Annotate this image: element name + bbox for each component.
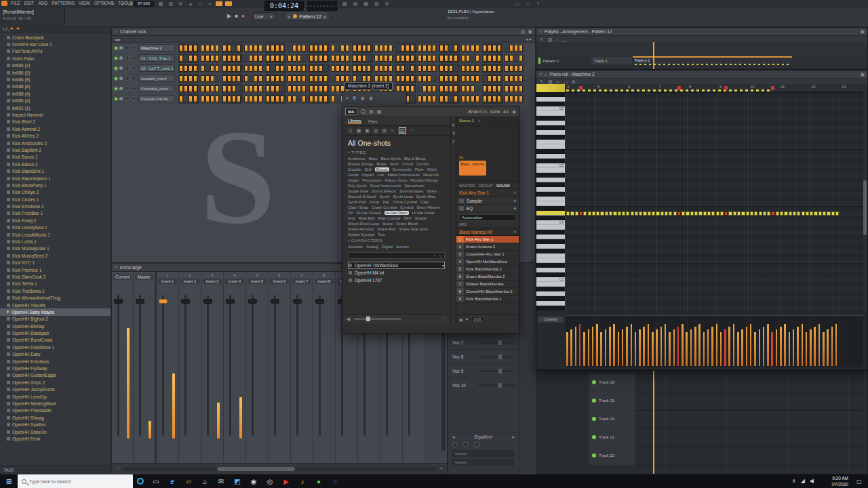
step-cell[interactable] [374, 75, 378, 82]
piano-key[interactable] [536, 102, 565, 106]
fx-slot-row[interactable]: Voc 9 [448, 364, 519, 378]
step-cell[interactable] [492, 45, 496, 52]
step-cell[interactable] [227, 55, 231, 62]
wrapper-gear-icon[interactable]: ⚙ [353, 96, 357, 100]
filter-tag[interactable]: Chord [402, 162, 413, 166]
velocity-bar[interactable] [656, 329, 658, 366]
note[interactable] [698, 211, 702, 216]
channel-pan-knob[interactable] [125, 66, 130, 70]
step-cell[interactable] [314, 55, 318, 62]
piano-key[interactable] [536, 239, 565, 244]
step-cell[interactable] [444, 85, 448, 92]
record-icon[interactable]: ● [121, 1, 123, 6]
channel-pan-knob[interactable] [125, 76, 130, 81]
eq-mid-knob[interactable] [463, 442, 469, 447]
piano-key[interactable] [536, 92, 565, 97]
step-cell[interactable] [227, 96, 231, 102]
filter-tag[interactable]: Strike [427, 189, 437, 193]
filter-tag[interactable]: Hi-Hat Closed [356, 211, 380, 215]
step-cell[interactable] [514, 75, 518, 82]
step-cell[interactable] [189, 65, 193, 72]
filter-tag[interactable]: Drill [365, 167, 372, 171]
step-cell[interactable] [184, 65, 188, 72]
zoom-in-icon[interactable]: + [440, 466, 443, 471]
step-cell[interactable] [184, 75, 188, 82]
note[interactable] [660, 211, 664, 216]
mixer-icon[interactable]: ▩ [342, 1, 347, 7]
step-cell[interactable] [401, 45, 405, 52]
step-cell[interactable] [340, 55, 344, 62]
edge-icon[interactable]: e [164, 474, 180, 488]
step-cell[interactable] [418, 96, 422, 102]
step-cell[interactable] [514, 65, 518, 72]
channel-tab[interactable]: SOUND [496, 184, 510, 188]
step-cell[interactable] [266, 96, 270, 102]
piano-roll-scrollbar[interactable] [863, 92, 867, 312]
draw-tool-icon[interactable]: ✎ [540, 37, 544, 42]
step-cell[interactable] [205, 75, 210, 82]
velocity-bar[interactable] [759, 329, 761, 366]
master-volume-icon[interactable]: ◉ [512, 109, 516, 114]
step-cell[interactable] [275, 75, 279, 82]
mixer-view-label[interactable]: Extra large [120, 265, 141, 270]
piano-key[interactable] [536, 268, 565, 272]
scene-tab[interactable]: Scene 1 [459, 119, 474, 123]
step-cell[interactable] [439, 45, 443, 52]
add-scene-icon[interactable]: + [478, 119, 481, 123]
browser-item[interactable]: OpenHH Soalbro [7, 421, 111, 428]
step-cell[interactable] [271, 55, 275, 62]
mixer-strip[interactable]: 1Insert 1 [157, 272, 179, 463]
browser-item[interactable]: OpenHH Bitmap [7, 323, 111, 329]
piano-key[interactable] [536, 296, 565, 301]
step-cell[interactable] [227, 45, 231, 52]
filter-tag[interactable]: Ride Cymbal [378, 216, 400, 220]
step-cell[interactable] [323, 85, 328, 92]
note[interactable] [665, 211, 668, 216]
marker-flag-icon[interactable] [677, 86, 681, 90]
filter-tag[interactable]: Hi-Hat Open [384, 211, 409, 215]
step-cell[interactable] [237, 55, 241, 62]
browser-item[interactable]: OpenHH Baby Mayka [0, 308, 111, 315]
note[interactable] [737, 211, 741, 216]
step-cell[interactable] [237, 65, 241, 72]
messenger-icon[interactable]: ○ [327, 474, 343, 488]
step-cell[interactable] [406, 45, 410, 52]
step-cell[interactable] [444, 45, 448, 52]
step-cell[interactable] [401, 55, 405, 62]
piano-key[interactable] [536, 287, 565, 291]
step-cell[interactable] [215, 45, 219, 52]
step-cell[interactable] [302, 85, 306, 92]
velocity-bar[interactable] [609, 327, 611, 366]
step-cell[interactable] [439, 85, 443, 92]
step-cell[interactable] [454, 55, 458, 62]
step-cell[interactable] [275, 85, 279, 92]
velocity-bar[interactable] [648, 324, 650, 366]
mixer-strip[interactable]: 8Insert 8 [313, 272, 336, 463]
note[interactable] [802, 211, 805, 216]
step-cell[interactable] [254, 65, 258, 72]
kit-menu-icon[interactable]: ≡ [513, 230, 516, 235]
filter-tag[interactable]: Snare [382, 222, 393, 226]
step-cell[interactable] [483, 75, 487, 82]
channel-mute-dot[interactable] [119, 66, 123, 70]
filter-tag[interactable]: Poly Synth [348, 184, 367, 188]
menu-item[interactable]: PATTERNS [52, 1, 75, 5]
step-cell[interactable] [314, 45, 318, 52]
step-cell[interactable] [288, 75, 292, 82]
velocity-bar[interactable] [771, 332, 773, 366]
piano-key[interactable] [536, 225, 565, 230]
step-cell[interactable] [475, 65, 479, 72]
browser-item[interactable]: OpenHH Grips 2 [7, 379, 111, 386]
step-cell[interactable] [427, 55, 431, 62]
pattern-length-icon[interactable]: ◂ ▸ [526, 37, 532, 41]
velocity-bar[interactable] [703, 332, 705, 366]
velocity-bar[interactable] [797, 327, 799, 366]
step-cell[interactable] [309, 75, 313, 82]
velocity-bar[interactable] [827, 329, 829, 366]
piano-key[interactable] [536, 121, 565, 125]
note[interactable] [690, 211, 694, 216]
step-cell[interactable] [461, 96, 465, 102]
velocity-bar[interactable] [613, 324, 615, 366]
step-cell[interactable] [193, 75, 197, 82]
velocity-bar[interactable] [810, 329, 812, 366]
